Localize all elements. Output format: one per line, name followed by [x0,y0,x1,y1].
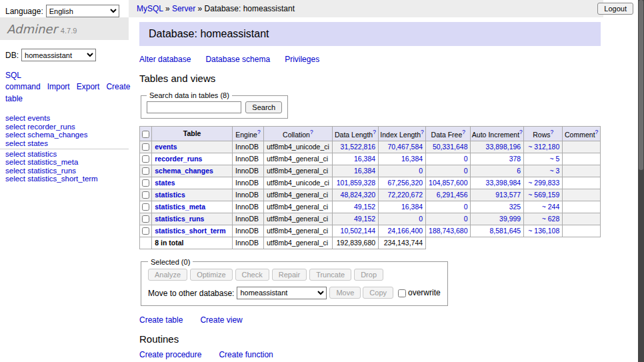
rows-link-statistics-meta[interactable]: ~ 244 [542,203,560,211]
index-length-link-schema-changes[interactable]: 0 [419,167,423,175]
move-db-select[interactable]: homeassistant [237,287,327,299]
sidebar-table-statistics-runs[interactable]: statistics_runs [27,167,76,175]
help-link[interactable]: ? [373,129,376,135]
sidebar-table-statistics-short-term[interactable]: statistics_short_term [27,175,97,183]
data-free-link-events[interactable]: 50,331,648 [433,143,468,151]
data-length-link-states[interactable]: 101,859,328 [337,179,375,187]
rows-link-schema-changes[interactable]: ~ 3 [549,167,559,175]
help-link[interactable]: ? [462,129,465,135]
data-length-link-statistics-short-term[interactable]: 10,502,144 [341,227,376,235]
row-checkbox-recorder-runs[interactable] [142,155,149,163]
sidebar-table-recorder-runs[interactable]: recorder_runs [27,123,75,131]
sidebar-link-sql-command[interactable]: SQL command [5,71,41,91]
sidebar-link-import[interactable]: Import [47,82,70,91]
select-all-checkbox[interactable] [142,131,149,138]
data-length-link-statistics[interactable]: 48,824,320 [341,191,376,199]
table-link-events[interactable]: events [155,143,177,151]
truncate-button[interactable]: Truncate [309,269,351,281]
help-link[interactable]: ? [595,129,599,135]
sidebar-table-events[interactable]: events [27,114,50,122]
data-length-link-recorder-runs[interactable]: 16,384 [354,155,375,163]
link-create-view[interactable]: Create view [200,315,242,325]
auto-increment-link-statistics[interactable]: 913,577 [495,191,521,199]
action-database-schema[interactable]: Database schema [205,55,270,64]
data-length-link-events[interactable]: 31,522,816 [341,143,376,151]
action-alter-database[interactable]: Alter database [139,55,191,64]
help-link[interactable]: ? [310,129,313,135]
repair-button[interactable]: Repair [272,269,307,281]
overwrite-checkbox[interactable] [398,289,406,297]
auto-increment-link-statistics-runs[interactable]: 39,999 [499,215,521,223]
table-link-states[interactable]: states [155,179,175,187]
sidebar-table-states[interactable]: states [27,139,48,147]
table-link-statistics-short-term[interactable]: statistics_short_term [155,227,225,235]
link-create-table[interactable]: Create table [139,315,183,325]
data-free-link-schema-changes[interactable]: 0 [464,167,468,175]
breadcrumb-mysql[interactable]: MySQL [137,4,163,13]
row-checkbox-events[interactable] [142,143,149,151]
index-length-link-statistics[interactable]: 72,220,672 [388,191,423,199]
rows-link-states[interactable]: ~ 299,833 [528,179,559,187]
search-input[interactable] [147,101,241,113]
sidebar-select-states[interactable]: select [5,139,25,147]
auto-increment-link-recorder-runs[interactable]: 378 [509,155,521,163]
row-checkbox-schema-changes[interactable] [142,167,149,175]
help-link[interactable]: ? [551,129,554,135]
index-length-link-statistics-runs[interactable]: 0 [419,215,423,223]
row-checkbox-statistics-runs[interactable] [142,215,149,223]
data-free-link-recorder-runs[interactable]: 0 [464,155,468,163]
sidebar-table-statistics[interactable]: statistics [27,150,57,158]
data-length-link-schema-changes[interactable]: 16,384 [354,167,375,175]
row-checkbox-states[interactable] [142,179,149,187]
table-link-schema-changes[interactable]: schema_changes [155,167,213,175]
optimize-button[interactable]: Optimize [190,269,232,281]
auto-increment-link-statistics-short-term[interactable]: 8,581,645 [489,227,521,235]
sidebar-select-statistics-meta[interactable]: select [5,158,25,166]
drop-button[interactable]: Drop [354,269,383,281]
data-free-link-statistics[interactable]: 6,291,456 [437,191,468,199]
data-length-link-statistics-runs[interactable]: 49,152 [354,215,375,223]
table-link-statistics-meta[interactable]: statistics_meta [155,203,205,211]
sidebar-select-events[interactable]: select [5,114,25,122]
rows-link-events[interactable]: ~ 312,180 [528,143,559,151]
sidebar-select-recorder-runs[interactable]: select [5,123,25,131]
data-free-link-statistics-short-term[interactable]: 188,743,680 [429,227,467,235]
sidebar-table-statistics-meta[interactable]: statistics_meta [27,158,78,166]
rows-link-statistics-short-term[interactable]: ~ 136,108 [528,227,559,235]
row-checkbox-statistics[interactable] [142,191,149,199]
rows-link-recorder-runs[interactable]: ~ 5 [549,155,559,163]
app-name[interactable]: Adminer [7,22,57,36]
row-checkbox-statistics-short-term[interactable] [142,227,149,235]
action-privileges[interactable]: Privileges [285,55,319,64]
index-length-link-recorder-runs[interactable]: 16,384 [401,155,423,163]
data-free-link-statistics-runs[interactable]: 0 [464,215,468,223]
link-create-procedure[interactable]: Create procedure [139,350,201,359]
data-length-link-statistics-meta[interactable]: 49,152 [354,203,375,211]
rows-link-statistics-runs[interactable]: ~ 628 [542,215,560,223]
analyze-button[interactable]: Analyze [148,269,187,281]
help-link[interactable]: ? [519,129,523,135]
sidebar-select-schema-changes[interactable]: select [5,131,25,139]
sidebar-link-export[interactable]: Export [77,82,100,91]
auto-increment-link-statistics-meta[interactable]: 325 [509,203,521,211]
sidebar-select-statistics[interactable]: select [5,150,25,158]
db-select[interactable]: homeassistant [21,49,96,61]
rows-link-statistics[interactable]: ~ 569,159 [528,191,559,199]
sidebar-table-schema-changes[interactable]: schema_changes [27,131,87,139]
index-length-link-states[interactable]: 67,256,320 [388,179,423,187]
breadcrumb-server[interactable]: Server [172,4,195,13]
index-length-link-events[interactable]: 70,467,584 [388,143,423,151]
index-length-link-statistics-meta[interactable]: 16,384 [401,203,423,211]
help-link[interactable]: ? [421,129,424,135]
vertical-scrollbar[interactable] [638,0,644,362]
sidebar-select-statistics-short-term[interactable]: select [5,175,25,183]
data-free-link-states[interactable]: 104,857,600 [429,179,467,187]
auto-increment-link-states[interactable]: 33,398,984 [486,179,521,187]
index-length-link-statistics-short-term[interactable]: 24,166,400 [388,227,423,235]
row-checkbox-statistics-meta[interactable] [142,203,149,211]
sidebar-select-statistics-runs[interactable]: select [5,167,25,175]
table-link-statistics-runs[interactable]: statistics_runs [155,215,204,223]
search-button[interactable]: Search [245,101,282,113]
auto-increment-link-events[interactable]: 33,898,196 [486,143,521,151]
auto-increment-link-schema-changes[interactable]: 6 [517,167,521,175]
